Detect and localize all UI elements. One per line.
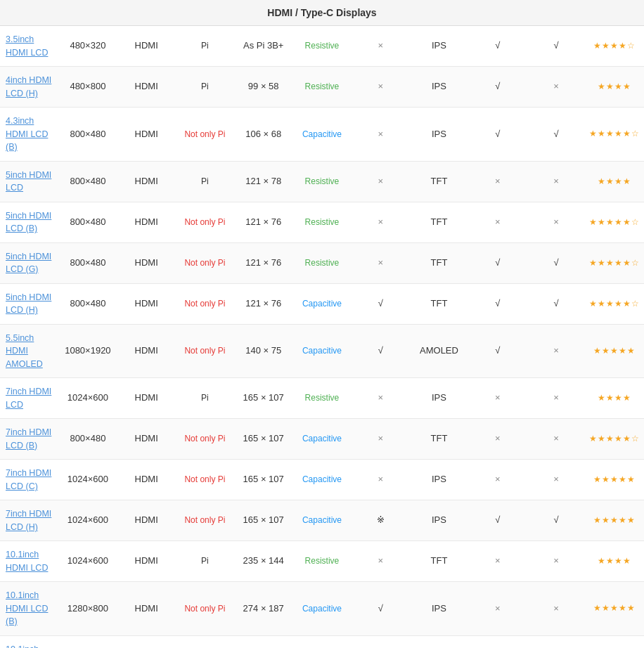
backlight-cell: × [468, 460, 527, 500]
compat-cell: Not only Pi [176, 460, 234, 500]
interface-cell: HDMI [117, 541, 176, 582]
product-link[interactable]: 7inch HDMI LCD (B) [6, 427, 51, 451]
product-cell: 4.3inch HDMI LCD (B) [0, 108, 58, 162]
resolution-cell: 800×480 [58, 161, 117, 202]
rating-cell: ★★★★★ [586, 460, 644, 500]
interface-cell: HDMI [117, 202, 176, 242]
buttons-cell: × [352, 202, 410, 242]
product-cell: 5.5inch HDMI AMOLED [0, 324, 58, 378]
table-row: 4.3inch HDMI LCD (B)800×480HDMINot only … [0, 108, 644, 162]
rating-cell: ★★★★ [586, 378, 644, 419]
resolution-cell: 800×480 [58, 202, 117, 242]
table-row: 5inch HDMI LCD800×480HDMIPi121 × 78Resis… [0, 161, 644, 202]
product-link[interactable]: 7inch HDMI LCD (C) [6, 468, 51, 491]
hdmidp-cell: × [527, 460, 585, 500]
hdmidp-cell: × [527, 541, 585, 582]
touch-cell: Capacitive [292, 108, 351, 162]
product-link[interactable]: 5inch HDMI LCD (G) [6, 252, 51, 275]
product-link[interactable]: 5inch HDMI LCD (B) [6, 211, 51, 234]
interface-cell: HDMI [117, 419, 176, 460]
panel-cell: TFT [410, 161, 468, 202]
compat-cell: Pi [176, 67, 234, 108]
buttons-cell: × [352, 161, 410, 202]
interface-cell: HDMI [117, 324, 176, 378]
compat-cell: Not only Pi [176, 500, 234, 541]
table-row: 4inch HDMI LCD (H)480×800HDMIPi99 × 58Re… [0, 67, 644, 108]
size-cell: 121 × 76 [234, 283, 292, 324]
buttons-cell: × [352, 108, 410, 162]
backlight-cell: √ [468, 26, 527, 67]
backlight-cell: × [468, 541, 527, 582]
panel-cell: TFT [410, 635, 468, 648]
panel-cell: TFT [410, 202, 468, 242]
panel-cell: IPS [410, 500, 468, 541]
compat-cell: Pi [176, 378, 234, 419]
resolution-cell: 800×480 [58, 242, 117, 283]
rating-cell: ★★★★★☆ [586, 242, 644, 283]
hdmidp-cell: × [527, 378, 585, 419]
resolution-cell: 480×320 [58, 26, 117, 67]
interface-cell: HDMI [117, 67, 176, 108]
hdmidp-cell: × [527, 67, 585, 108]
product-cell: 3.5inch HDMI LCD [0, 26, 58, 67]
product-link[interactable]: 7inch HDMI LCD (H) [6, 509, 51, 532]
panel-cell: IPS [410, 67, 468, 108]
hdmidp-cell: × [527, 161, 585, 202]
buttons-cell: × [352, 635, 410, 648]
touch-cell: Resistive [292, 161, 351, 202]
size-cell: 257 × 162 [234, 635, 292, 648]
resolution-cell: 1024×600 [58, 500, 117, 541]
backlight-cell: √ [468, 635, 527, 648]
product-link[interactable]: 5inch HDMI LCD (H) [6, 292, 51, 316]
product-link[interactable]: 5.5inch HDMI AMOLED [6, 333, 43, 369]
product-link[interactable]: 3.5inch HDMI LCD [6, 34, 48, 58]
size-cell: 165 × 107 [234, 460, 292, 500]
table-row: 10.1inch HDMI LCD1024×600HDMIPi235 × 144… [0, 541, 644, 582]
resolution-cell: 1024×600 [58, 378, 117, 419]
touch-cell: Resistive [292, 26, 351, 67]
interface-cell: HDMI [117, 582, 176, 636]
hdmidp-cell: × [527, 635, 585, 648]
product-link[interactable]: 4.3inch HDMI LCD (B) [6, 116, 48, 152]
table-row: 7inch HDMI LCD (B)800×480HDMINot only Pi… [0, 419, 644, 460]
rating-cell: ★★★★★ [586, 582, 644, 636]
product-link[interactable]: 10.1inch HDMI LCD (B) [6, 590, 48, 626]
size-cell: 121 × 78 [234, 161, 292, 202]
table-row: 7inch HDMI LCD (C)1024×600HDMINot only P… [0, 460, 644, 500]
backlight-cell: √ [468, 108, 527, 162]
compat-cell: Not only Pi [176, 242, 234, 283]
product-link[interactable]: 10.1inch HDMI LCD (H) [6, 644, 48, 649]
size-cell: 121 × 76 [234, 242, 292, 283]
buttons-cell: √ [352, 582, 410, 636]
size-cell: 165 × 107 [234, 419, 292, 460]
buttons-cell: × [352, 242, 410, 283]
rating-cell: ★★★★☆ [586, 26, 644, 67]
backlight-cell: √ [468, 242, 527, 283]
product-link[interactable]: 5inch HDMI LCD [6, 170, 51, 193]
touch-cell: Capacitive [292, 283, 351, 324]
product-cell: 7inch HDMI LCD [0, 378, 58, 419]
backlight-cell: × [468, 161, 527, 202]
panel-cell: IPS [410, 582, 468, 636]
product-cell: 10.1inch HDMI LCD (H) [0, 635, 58, 648]
touch-cell: Capacitive [292, 500, 351, 541]
hdmidp-cell: √ [527, 108, 585, 162]
product-link[interactable]: 7inch HDMI LCD [6, 387, 51, 410]
backlight-cell: √ [468, 324, 527, 378]
product-cell: 5inch HDMI LCD [0, 161, 58, 202]
interface-cell: HDMI [117, 108, 176, 162]
product-cell: 10.1inch HDMI LCD (B) [0, 582, 58, 636]
rating-cell: ★★★★★☆ [586, 108, 644, 162]
hdmidp-cell: × [527, 324, 585, 378]
product-cell: 7inch HDMI LCD (H) [0, 500, 58, 541]
product-cell: 5inch HDMI LCD (G) [0, 242, 58, 283]
size-cell: 99 × 58 [234, 67, 292, 108]
table-row: 5inch HDMI LCD (H)800×480HDMINot only Pi… [0, 283, 644, 324]
size-cell: 165 × 107 [234, 378, 292, 419]
backlight-cell: × [468, 419, 527, 460]
compat-cell: Pi [176, 26, 234, 67]
size-cell: 121 × 76 [234, 202, 292, 242]
product-link[interactable]: 10.1inch HDMI LCD [6, 550, 48, 573]
product-cell: 7inch HDMI LCD (C) [0, 460, 58, 500]
product-link[interactable]: 4inch HDMI LCD (H) [6, 75, 51, 98]
